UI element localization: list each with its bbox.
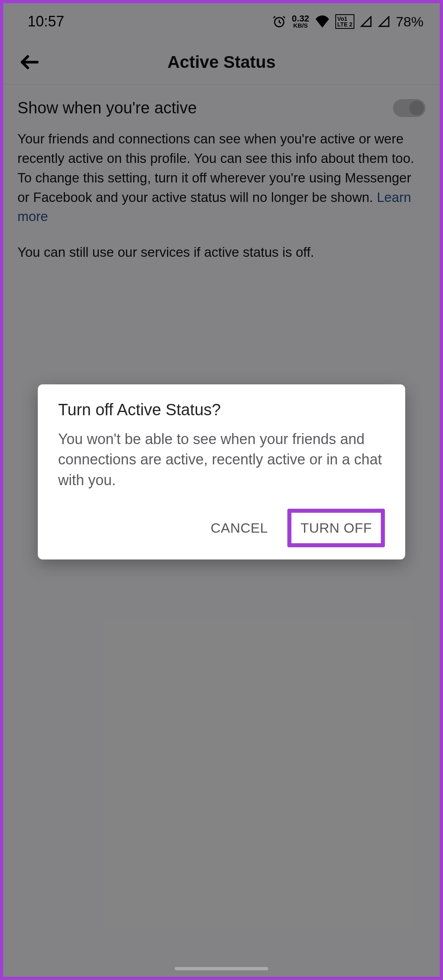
dialog-actions: CANCEL TURN OFF — [58, 509, 385, 547]
confirm-dialog: Turn off Active Status? You won't be abl… — [38, 384, 405, 559]
cancel-button[interactable]: CANCEL — [203, 513, 275, 543]
home-indicator[interactable] — [175, 967, 268, 970]
dialog-title: Turn off Active Status? — [58, 401, 385, 419]
turn-off-button[interactable]: TURN OFF — [287, 509, 385, 547]
screen-frame: 10:57 0.32 KB/S Vo1 LTE 2 — [3, 3, 440, 977]
dialog-body: You won't be able to see when your frien… — [58, 429, 385, 490]
